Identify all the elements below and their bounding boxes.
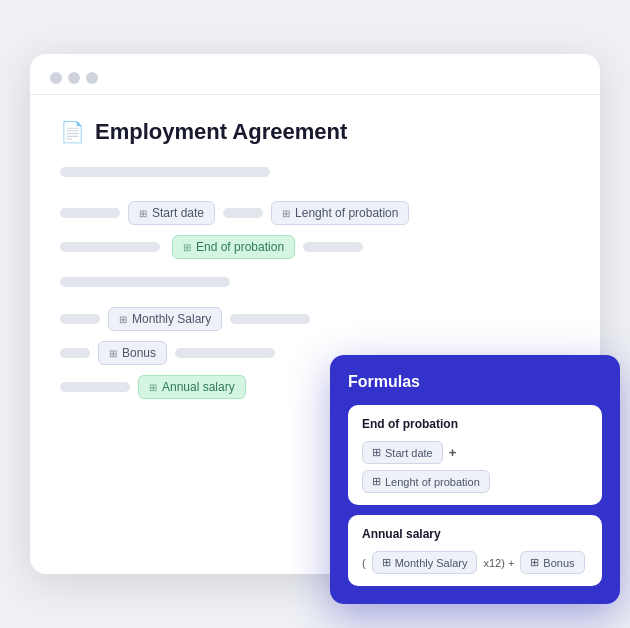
formula-card2-expr: ( ⊞ Monthly Salary x12) + ⊞ Bonus [362, 551, 588, 574]
length-probation-icon: ⊞ [282, 208, 290, 219]
formula-card-end-probation: End of probation ⊞ Start date + ⊞ Lenght… [348, 405, 602, 505]
formula-card-annual-salary: Annual salary ( ⊞ Monthly Salary x12) + … [348, 515, 602, 586]
main-window: 📄 Employment Agreement ⊞ Start date ⊞ Le… [30, 54, 600, 574]
dot-1 [50, 72, 62, 84]
formula-card1-expr: ⊞ Start date + ⊞ Lenght of probation [362, 441, 588, 493]
window-chrome [30, 54, 600, 94]
placeholder-after-salary [230, 314, 310, 324]
placeholder-mid [223, 208, 263, 218]
dot-3 [86, 72, 98, 84]
row-end-probation: ⊞ End of probation [60, 235, 570, 259]
monthly-salary-icon: ⊞ [119, 314, 127, 325]
formula-length-probation-icon: ⊞ [372, 475, 381, 488]
chip-end-probation[interactable]: ⊞ End of probation [172, 235, 295, 259]
formula-chip-bonus[interactable]: ⊞ Bonus [520, 551, 584, 574]
row-start-probation: ⊞ Start date ⊞ Lenght of probation [60, 201, 570, 225]
start-date-icon: ⊞ [139, 208, 147, 219]
formula-monthly-salary-icon: ⊞ [382, 556, 391, 569]
formulas-panel: Formulas End of probation ⊞ Start date +… [330, 355, 620, 604]
placeholder-before-end [60, 242, 160, 252]
formula-bonus-icon: ⊞ [530, 556, 539, 569]
formulas-title: Formulas [348, 373, 602, 391]
placeholder-before-salary [60, 314, 100, 324]
formula-chip-monthly-salary[interactable]: ⊞ Monthly Salary [372, 551, 478, 574]
bonus-icon: ⊞ [109, 348, 117, 359]
chip-start-date[interactable]: ⊞ Start date [128, 201, 215, 225]
doc-title-text: Employment Agreement [95, 119, 347, 145]
placeholder-before-start [60, 208, 120, 218]
chip-length-probation[interactable]: ⊞ Lenght of probation [271, 201, 409, 225]
formula-chip-start-date[interactable]: ⊞ Start date [362, 441, 443, 464]
formula-card2-label: Annual salary [362, 527, 588, 541]
document-icon: 📄 [60, 120, 85, 144]
annual-salary-icon: ⊞ [149, 382, 157, 393]
row-monthly-salary: ⊞ Monthly Salary [60, 307, 570, 331]
placeholder-line-2 [60, 277, 230, 287]
end-probation-icon: ⊞ [183, 242, 191, 253]
placeholder-line-1 [60, 167, 270, 177]
placeholder-after-bonus [175, 348, 275, 358]
placeholder-before-bonus [60, 348, 90, 358]
chip-annual-salary[interactable]: ⊞ Annual salary [138, 375, 246, 399]
doc-title-row: 📄 Employment Agreement [60, 119, 570, 145]
formula-open-paren: ( [362, 557, 366, 569]
dot-2 [68, 72, 80, 84]
formula-multiplier: x12) + [483, 557, 514, 569]
chip-bonus[interactable]: ⊞ Bonus [98, 341, 167, 365]
document-area: 📄 Employment Agreement ⊞ Start date ⊞ Le… [30, 95, 600, 399]
chip-monthly-salary[interactable]: ⊞ Monthly Salary [108, 307, 222, 331]
formula-op-plus-1: + [449, 445, 457, 460]
formula-start-date-icon: ⊞ [372, 446, 381, 459]
formula-chip-length-probation[interactable]: ⊞ Lenght of probation [362, 470, 490, 493]
placeholder-before-annual [60, 382, 130, 392]
formula-card1-label: End of probation [362, 417, 588, 431]
placeholder-after-end [303, 242, 363, 252]
